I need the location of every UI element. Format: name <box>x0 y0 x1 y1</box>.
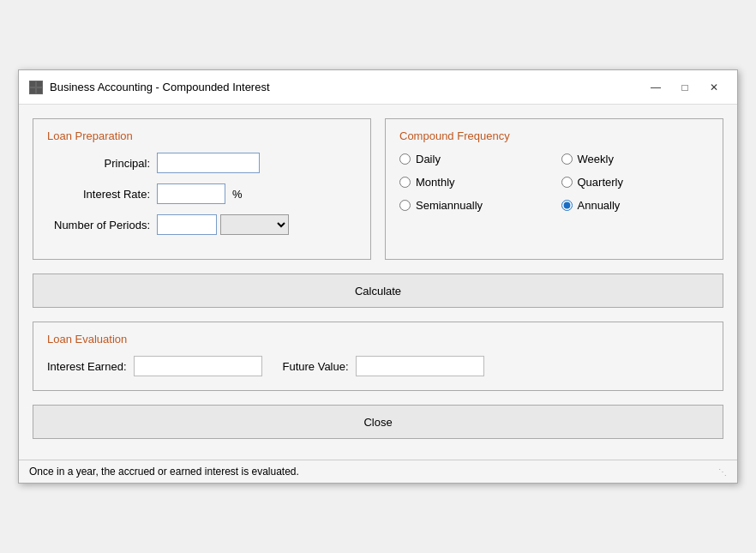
daily-label: Daily <box>416 153 441 165</box>
quarterly-label: Quarterly <box>578 176 623 189</box>
svg-rect-3 <box>37 88 42 93</box>
annually-radio[interactable] <box>561 200 573 211</box>
daily-radio[interactable] <box>399 153 411 165</box>
radio-semiannually[interactable]: Semiannually <box>399 199 548 212</box>
top-panels: Loan Preparation Principal: Interest Rat… <box>33 118 723 260</box>
radio-weekly[interactable]: Weekly <box>561 153 710 165</box>
compound-frequency-panel: Compound Frequency Daily Weekly Monthly <box>385 118 723 260</box>
app-icon <box>29 81 43 94</box>
loan-eval-title: Loan Evaluation <box>47 333 709 346</box>
loan-prep-title: Loan Preparation <box>47 129 357 142</box>
weekly-label: Weekly <box>578 153 614 165</box>
radio-daily[interactable]: Daily <box>399 153 548 165</box>
main-content: Loan Preparation Principal: Interest Rat… <box>19 105 737 460</box>
weekly-radio[interactable] <box>561 153 573 165</box>
monthly-label: Monthly <box>416 176 455 189</box>
status-text: Once in a year, the accrued or earned in… <box>29 466 299 478</box>
eval-fields-row: Interest Earned: Future Value: <box>47 356 709 376</box>
compound-options-grid: Daily Weekly Monthly Quarterly <box>399 153 709 212</box>
periods-row: Number of Periods: Years Months Days <box>47 214 357 235</box>
periods-controls: Years Months Days <box>157 214 289 235</box>
principal-label: Principal: <box>47 157 150 170</box>
semiannually-radio[interactable] <box>399 200 411 211</box>
principal-input[interactable] <box>157 153 260 173</box>
interest-earned-label: Interest Earned: <box>47 360 127 373</box>
radio-monthly[interactable]: Monthly <box>399 176 548 189</box>
future-value-label: Future Value: <box>283 360 349 373</box>
window-title: Business Accounting - Compounded Interes… <box>50 81 270 93</box>
radio-quarterly[interactable]: Quarterly <box>561 176 710 189</box>
svg-rect-1 <box>37 81 42 87</box>
minimize-button[interactable]: — <box>643 77 669 98</box>
annually-label: Annually <box>578 199 621 212</box>
periods-unit-dropdown[interactable]: Years Months Days <box>220 214 289 235</box>
future-value-input[interactable] <box>356 356 484 376</box>
periods-label: Number of Periods: <box>47 219 150 231</box>
interest-rate-label: Interest Rate: <box>47 188 150 201</box>
close-button[interactable]: Close <box>33 405 723 439</box>
loan-preparation-panel: Loan Preparation Principal: Interest Rat… <box>33 118 371 260</box>
future-value-field: Future Value: <box>283 356 484 376</box>
resize-grip: ⋱ <box>718 467 727 477</box>
calculate-button[interactable]: Calculate <box>33 273 723 308</box>
title-bar: Business Accounting - Compounded Interes… <box>19 70 737 105</box>
monthly-radio[interactable] <box>399 177 411 188</box>
window-close-button[interactable]: ✕ <box>701 77 727 98</box>
title-bar-left: Business Accounting - Compounded Interes… <box>29 81 270 94</box>
periods-input[interactable] <box>157 214 217 235</box>
interest-rate-row: Interest Rate: % <box>47 183 357 204</box>
loan-evaluation-panel: Loan Evaluation Interest Earned: Future … <box>33 322 723 391</box>
principal-row: Principal: <box>47 153 357 173</box>
semiannually-label: Semiannually <box>416 199 483 212</box>
radio-annually[interactable]: Annually <box>561 199 710 212</box>
compound-title: Compound Frequency <box>399 129 709 142</box>
percent-symbol: % <box>232 188 243 201</box>
title-buttons: — □ ✕ <box>643 77 727 98</box>
svg-rect-0 <box>30 81 35 87</box>
status-bar: Once in a year, the accrued or earned in… <box>19 460 737 483</box>
maximize-button[interactable]: □ <box>672 77 698 98</box>
main-window: Business Accounting - Compounded Interes… <box>18 69 738 484</box>
interest-earned-field: Interest Earned: <box>47 356 262 376</box>
interest-rate-input[interactable] <box>157 183 225 204</box>
interest-earned-input[interactable] <box>134 356 262 376</box>
svg-rect-2 <box>30 88 35 93</box>
quarterly-radio[interactable] <box>561 177 573 188</box>
